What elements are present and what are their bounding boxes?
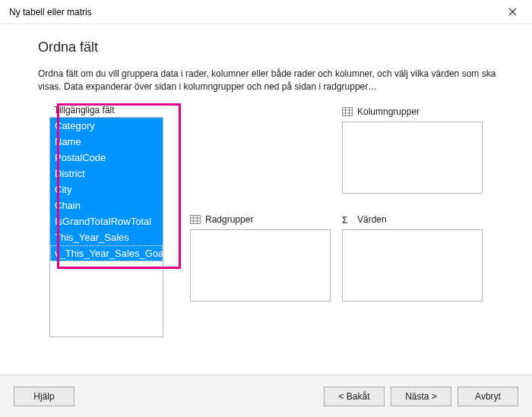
wizard-footer: Hjälp < Bakåt Nästa > Avbryt <box>0 374 532 417</box>
table-icon <box>342 107 353 116</box>
wizard-content: Ordna fält Ordna fält om du vill grupper… <box>0 24 532 374</box>
row-groups-label: Radgrupper <box>205 214 253 225</box>
svg-rect-5 <box>191 215 201 223</box>
column-groups-box[interactable] <box>342 122 483 194</box>
field-item[interactable]: PostalCode <box>50 150 163 166</box>
field-item[interactable]: Category <box>50 118 163 134</box>
field-item[interactable]: Name <box>50 134 163 150</box>
back-button[interactable]: < Bakåt <box>324 387 385 406</box>
page-title: Ordna fält <box>38 39 511 55</box>
table-icon <box>190 215 201 224</box>
field-item[interactable]: IsGrandTotalRowTotal <box>50 213 163 229</box>
available-fields-box[interactable]: CategoryNamePostalCodeDistrictCityChainI… <box>49 117 163 337</box>
page-description: Ordna fält om du vill gruppera data i ra… <box>38 68 509 94</box>
next-button[interactable]: Nästa > <box>391 387 451 406</box>
row-groups-box[interactable] <box>190 229 331 302</box>
svg-rect-0 <box>343 107 353 115</box>
sigma-icon: Σ <box>342 215 353 224</box>
field-item[interactable]: District <box>50 166 163 182</box>
help-button[interactable]: Hjälp <box>14 387 74 406</box>
close-icon[interactable] <box>499 2 526 23</box>
values-label: Värden <box>357 214 387 225</box>
available-fields-label: Tillgängliga fält <box>54 105 163 115</box>
values-box[interactable] <box>342 229 483 302</box>
field-item[interactable]: City <box>50 182 163 197</box>
field-item[interactable]: Chain <box>50 197 163 213</box>
column-groups-label: Kolumngrupper <box>357 106 420 117</box>
field-item[interactable]: This_Year_Sales <box>50 229 163 245</box>
window-title: Ny tabell eller matris <box>9 7 92 17</box>
title-bar: Ny tabell eller matris <box>0 0 532 24</box>
field-item[interactable]: v_This_Year_Sales_Goal <box>50 245 163 261</box>
cancel-button[interactable]: Avbryt <box>458 387 518 406</box>
